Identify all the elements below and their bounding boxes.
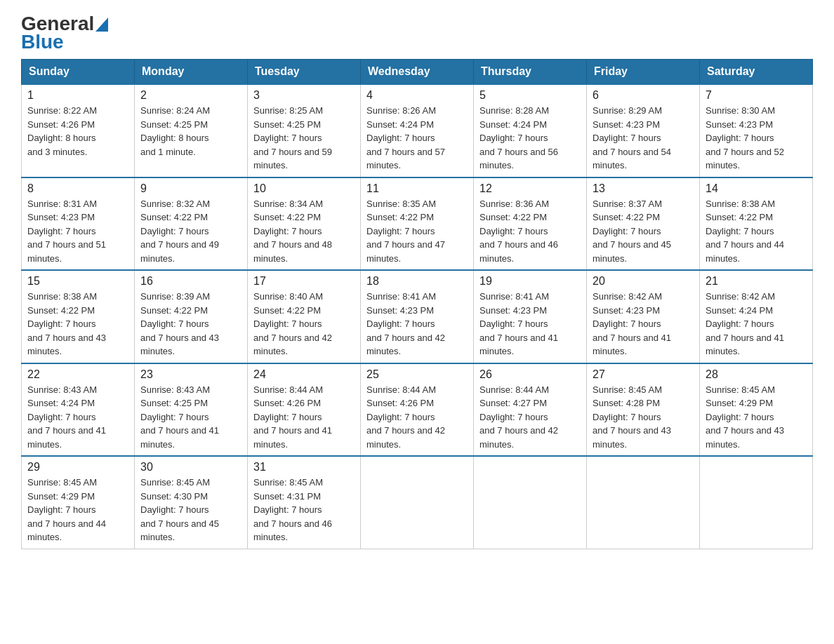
calendar-cell: 7 Sunrise: 8:30 AMSunset: 4:23 PMDayligh…: [700, 84, 813, 177]
day-info: Sunrise: 8:45 AMSunset: 4:29 PMDaylight:…: [27, 476, 128, 544]
day-number: 14: [706, 182, 807, 195]
day-number: 11: [366, 182, 468, 195]
day-number: 26: [479, 368, 581, 381]
day-number: 6: [593, 89, 694, 102]
day-info: Sunrise: 8:30 AMSunset: 4:23 PMDaylight:…: [706, 104, 807, 173]
calendar-cell: 9 Sunrise: 8:32 AMSunset: 4:22 PMDayligh…: [135, 177, 248, 271]
svg-marker-0: [95, 18, 108, 32]
day-info: Sunrise: 8:39 AMSunset: 4:22 PMDaylight:…: [140, 290, 241, 358]
calendar-cell: 2 Sunrise: 8:24 AMSunset: 4:25 PMDayligh…: [135, 84, 248, 177]
logo-triangle-icon: [95, 18, 108, 32]
week-row-5: 29 Sunrise: 8:45 AMSunset: 4:29 PMDaylig…: [22, 456, 813, 549]
calendar-cell: 11 Sunrise: 8:35 AMSunset: 4:22 PMDaylig…: [361, 177, 474, 271]
calendar-cell: [587, 456, 700, 549]
day-info: Sunrise: 8:42 AMSunset: 4:23 PMDaylight:…: [593, 290, 694, 358]
calendar-cell: 5 Sunrise: 8:28 AMSunset: 4:24 PMDayligh…: [474, 84, 587, 177]
day-info: Sunrise: 8:38 AMSunset: 4:22 PMDaylight:…: [27, 290, 128, 358]
calendar-cell: 16 Sunrise: 8:39 AMSunset: 4:22 PMDaylig…: [135, 270, 248, 363]
day-number: 5: [479, 89, 581, 102]
calendar-cell: 30 Sunrise: 8:45 AMSunset: 4:30 PMDaylig…: [135, 456, 248, 549]
calendar-cell: 17 Sunrise: 8:40 AMSunset: 4:22 PMDaylig…: [248, 270, 361, 363]
day-info: Sunrise: 8:24 AMSunset: 4:25 PMDaylight:…: [140, 104, 241, 159]
day-info: Sunrise: 8:43 AMSunset: 4:24 PMDaylight:…: [27, 383, 128, 452]
day-number: 19: [479, 275, 581, 288]
calendar-cell: 1 Sunrise: 8:22 AMSunset: 4:26 PMDayligh…: [22, 84, 135, 177]
day-info: Sunrise: 8:34 AMSunset: 4:22 PMDaylight:…: [253, 197, 355, 266]
day-info: Sunrise: 8:45 AMSunset: 4:30 PMDaylight:…: [140, 476, 241, 544]
day-info: Sunrise: 8:36 AMSunset: 4:22 PMDaylight:…: [479, 197, 581, 266]
day-info: Sunrise: 8:44 AMSunset: 4:26 PMDaylight:…: [366, 383, 468, 452]
week-row-2: 8 Sunrise: 8:31 AMSunset: 4:23 PMDayligh…: [22, 177, 813, 271]
calendar-cell: 3 Sunrise: 8:25 AMSunset: 4:25 PMDayligh…: [248, 84, 361, 177]
day-info: Sunrise: 8:22 AMSunset: 4:26 PMDaylight:…: [27, 104, 128, 159]
day-number: 2: [140, 89, 241, 102]
calendar-cell: [700, 456, 813, 549]
day-info: Sunrise: 8:44 AMSunset: 4:26 PMDaylight:…: [253, 383, 355, 452]
calendar-cell: 25 Sunrise: 8:44 AMSunset: 4:26 PMDaylig…: [361, 363, 474, 457]
day-number: 3: [253, 89, 355, 102]
day-number: 18: [366, 275, 468, 288]
logo-blue: Blue: [21, 32, 64, 52]
week-row-3: 15 Sunrise: 8:38 AMSunset: 4:22 PMDaylig…: [22, 270, 813, 363]
page-header: General Blue: [21, 14, 813, 52]
col-header-monday: Monday: [135, 60, 248, 85]
day-number: 21: [706, 275, 807, 288]
calendar-cell: 31 Sunrise: 8:45 AMSunset: 4:31 PMDaylig…: [248, 456, 361, 549]
day-info: Sunrise: 8:31 AMSunset: 4:23 PMDaylight:…: [27, 197, 128, 266]
day-number: 1: [27, 89, 128, 102]
calendar-cell: [361, 456, 474, 549]
day-number: 12: [479, 182, 581, 195]
col-header-wednesday: Wednesday: [361, 60, 474, 85]
logo: General Blue: [21, 14, 108, 52]
day-info: Sunrise: 8:41 AMSunset: 4:23 PMDaylight:…: [479, 290, 581, 358]
day-number: 22: [27, 368, 128, 381]
day-number: 20: [593, 275, 694, 288]
calendar-cell: 26 Sunrise: 8:44 AMSunset: 4:27 PMDaylig…: [474, 363, 587, 457]
calendar-cell: [474, 456, 587, 549]
calendar-cell: 28 Sunrise: 8:45 AMSunset: 4:29 PMDaylig…: [700, 363, 813, 457]
day-number: 25: [366, 368, 468, 381]
day-number: 28: [706, 368, 807, 381]
day-number: 31: [253, 461, 355, 474]
calendar-header-row: SundayMondayTuesdayWednesdayThursdayFrid…: [22, 60, 813, 85]
calendar-cell: 12 Sunrise: 8:36 AMSunset: 4:22 PMDaylig…: [474, 177, 587, 271]
calendar-cell: 24 Sunrise: 8:44 AMSunset: 4:26 PMDaylig…: [248, 363, 361, 457]
calendar-cell: 8 Sunrise: 8:31 AMSunset: 4:23 PMDayligh…: [22, 177, 135, 271]
day-info: Sunrise: 8:35 AMSunset: 4:22 PMDaylight:…: [366, 197, 468, 266]
calendar-cell: 18 Sunrise: 8:41 AMSunset: 4:23 PMDaylig…: [361, 270, 474, 363]
calendar-cell: 19 Sunrise: 8:41 AMSunset: 4:23 PMDaylig…: [474, 270, 587, 363]
day-number: 4: [366, 89, 468, 102]
calendar-cell: 13 Sunrise: 8:37 AMSunset: 4:22 PMDaylig…: [587, 177, 700, 271]
day-info: Sunrise: 8:40 AMSunset: 4:22 PMDaylight:…: [253, 290, 355, 358]
calendar-cell: 14 Sunrise: 8:38 AMSunset: 4:22 PMDaylig…: [700, 177, 813, 271]
calendar-cell: 10 Sunrise: 8:34 AMSunset: 4:22 PMDaylig…: [248, 177, 361, 271]
calendar-table: SundayMondayTuesdayWednesdayThursdayFrid…: [21, 59, 813, 549]
day-info: Sunrise: 8:43 AMSunset: 4:25 PMDaylight:…: [140, 383, 241, 452]
day-info: Sunrise: 8:29 AMSunset: 4:23 PMDaylight:…: [593, 104, 694, 173]
col-header-friday: Friday: [587, 60, 700, 85]
col-header-sunday: Sunday: [22, 60, 135, 85]
day-info: Sunrise: 8:28 AMSunset: 4:24 PMDaylight:…: [479, 104, 581, 173]
week-row-1: 1 Sunrise: 8:22 AMSunset: 4:26 PMDayligh…: [22, 84, 813, 177]
day-info: Sunrise: 8:45 AMSunset: 4:28 PMDaylight:…: [593, 383, 694, 452]
calendar-cell: 22 Sunrise: 8:43 AMSunset: 4:24 PMDaylig…: [22, 363, 135, 457]
calendar-cell: 4 Sunrise: 8:26 AMSunset: 4:24 PMDayligh…: [361, 84, 474, 177]
calendar-cell: 21 Sunrise: 8:42 AMSunset: 4:24 PMDaylig…: [700, 270, 813, 363]
day-number: 30: [140, 461, 241, 474]
day-number: 24: [253, 368, 355, 381]
week-row-4: 22 Sunrise: 8:43 AMSunset: 4:24 PMDaylig…: [22, 363, 813, 457]
col-header-thursday: Thursday: [474, 60, 587, 85]
day-number: 10: [253, 182, 355, 195]
col-header-tuesday: Tuesday: [248, 60, 361, 85]
day-number: 17: [253, 275, 355, 288]
day-number: 29: [27, 461, 128, 474]
day-info: Sunrise: 8:26 AMSunset: 4:24 PMDaylight:…: [366, 104, 468, 173]
calendar-cell: 29 Sunrise: 8:45 AMSunset: 4:29 PMDaylig…: [22, 456, 135, 549]
day-number: 8: [27, 182, 128, 195]
calendar-cell: 15 Sunrise: 8:38 AMSunset: 4:22 PMDaylig…: [22, 270, 135, 363]
calendar-cell: 23 Sunrise: 8:43 AMSunset: 4:25 PMDaylig…: [135, 363, 248, 457]
day-number: 27: [593, 368, 694, 381]
day-info: Sunrise: 8:41 AMSunset: 4:23 PMDaylight:…: [366, 290, 468, 358]
day-number: 16: [140, 275, 241, 288]
calendar-cell: 27 Sunrise: 8:45 AMSunset: 4:28 PMDaylig…: [587, 363, 700, 457]
